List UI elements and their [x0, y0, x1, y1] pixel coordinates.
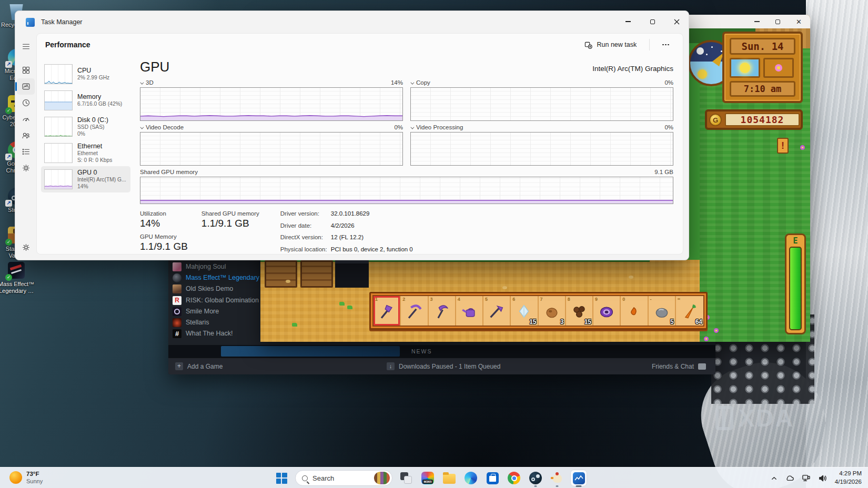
sidebar-item-disk[interactable]: Disk 0 (C:) SSD (SAS) 0% — [41, 114, 130, 140]
steam-button[interactable] — [528, 470, 543, 486]
steam-news-tab[interactable]: NEWS — [411, 348, 432, 354]
hotbar-slot-carrot[interactable]: = 64 — [676, 296, 703, 326]
hotbar-slot-stone[interactable]: - 5 — [649, 296, 676, 326]
nav-users[interactable] — [17, 127, 35, 144]
hotbar-slot-pickaxe[interactable]: 2 — [401, 296, 428, 326]
hotbar-slot-scythe[interactable]: 3 — [429, 296, 456, 326]
utilization-value: 14% — [140, 218, 188, 229]
shared-memory-max: 9.1 GB — [654, 169, 673, 175]
running-indicator — [576, 485, 582, 487]
gpu-copy-chart — [410, 87, 673, 121]
sidebar-item-memory[interactable]: Memory 6.7/16.0 GB (42%) — [41, 87, 130, 114]
steam-bottom-bar: + Add a Game ↓ Downloads Paused - 1 Item… — [168, 358, 715, 374]
task-manager-titlebar[interactable]: Task Manager — [15, 11, 689, 33]
quest-marker-icon[interactable]: ! — [777, 138, 789, 154]
sidebar-item-cpu[interactable]: CPU 2% 2.99 GHz — [41, 61, 130, 87]
smile-more-game-icon — [173, 307, 181, 316]
file-explorer-button[interactable] — [441, 470, 457, 486]
chevron-down-icon[interactable] — [140, 126, 144, 129]
search-box[interactable]: Search — [295, 470, 392, 486]
shortcut-arrow-icon: ↗ — [5, 200, 12, 207]
tray-chevron-button[interactable] — [768, 472, 780, 485]
sidebar-item-gpu[interactable]: GPU 0 Intel(R) Arc(TM) G... 14% — [41, 166, 130, 192]
microsoft-store-button[interactable] — [485, 470, 500, 486]
xda-logo-icon — [715, 406, 733, 430]
hud-money-panel[interactable]: G 1054182 — [705, 109, 803, 130]
nav-performance[interactable] — [17, 78, 35, 95]
edge-icon — [465, 472, 477, 484]
chevron-up-icon — [771, 475, 778, 482]
shortcut-arrow-icon: ↗ — [5, 154, 12, 160]
task-manager-button[interactable] — [571, 470, 587, 486]
maximize-button[interactable] — [640, 11, 664, 32]
hotbar-slot-watering-can[interactable]: 4 — [456, 296, 483, 326]
startup-icon — [22, 115, 31, 124]
start-button[interactable] — [274, 470, 289, 486]
steam-downloads-status[interactable]: ↓ Downloads Paused - 1 Item Queued — [387, 362, 500, 370]
maximize-button[interactable] — [775, 19, 780, 24]
gpu-panel: GPU Intel(R) Arc(TM) Graphics 3D14% Copy… — [134, 57, 683, 254]
axe-icon — [378, 302, 396, 320]
minimize-button[interactable] — [616, 11, 640, 32]
nav-processes[interactable] — [17, 62, 35, 78]
run-new-task-button[interactable]: Run new task — [579, 38, 642, 52]
sidebar-item-ethernet[interactable]: Ethernet Ethernet S: 0 R: 0 Kbps — [41, 140, 130, 166]
energy-label: E — [786, 236, 804, 246]
stardew-valley-button[interactable] — [549, 470, 565, 486]
nav-menu-button[interactable] — [17, 38, 35, 55]
season-box — [763, 58, 794, 78]
chrome-icon — [508, 472, 520, 484]
hotbar-slot-ember[interactable]: 0 — [621, 296, 648, 326]
hoe-icon — [488, 302, 506, 320]
volume-tray-icon[interactable] — [815, 471, 830, 485]
performance-sidebar: CPU 2% 2.99 GHz Memory 6.7/16.0 GB (42%) — [37, 57, 134, 254]
game-date: Sun. 14 — [730, 38, 795, 55]
task-view-button[interactable] — [398, 470, 414, 486]
weather-box — [730, 58, 760, 78]
tray-clock[interactable]: 4:29 PM 4/19/2026 — [832, 469, 865, 487]
gpu-memory-value: 1.1/9.1 GB — [140, 241, 188, 252]
gpu-3d-chart — [140, 87, 403, 121]
shortcut-arrow-icon: ↗ — [5, 61, 12, 68]
network-tray-icon[interactable] — [799, 471, 813, 485]
hotbar-slot-acorns[interactable]: 8 15 — [566, 296, 593, 326]
steam-friends-chat-button[interactable]: Friends & Chat — [652, 363, 706, 370]
users-icon — [22, 131, 31, 140]
sunny-weather-icon — [740, 63, 750, 73]
physical-location: PCI bus 0, device 2, function 0 — [331, 246, 413, 255]
nav-app-history[interactable] — [17, 95, 35, 111]
mass-effect-game-icon — [173, 273, 181, 282]
gpu-video-processing-chart — [410, 132, 673, 166]
close-button[interactable]: ✕ — [796, 18, 802, 26]
scythe-icon — [433, 302, 451, 320]
flower — [714, 328, 719, 333]
gold-coin-icon: G — [709, 114, 722, 126]
nav-details[interactable] — [17, 144, 35, 160]
hotbar-slot-geode[interactable]: 9 — [593, 296, 621, 326]
minimize-button[interactable] — [754, 21, 760, 22]
nav-services[interactable] — [17, 160, 35, 176]
m365-copilot-button[interactable]: M365 — [420, 470, 436, 486]
steam-store-banner[interactable] — [221, 346, 400, 357]
weather-widget[interactable]: 73°F Sunny — [5, 470, 47, 486]
hotbar-slot-axe[interactable]: 1 — [374, 296, 401, 326]
hotbar-slot-crystal[interactable]: 6 15 — [511, 296, 538, 326]
close-button[interactable] — [664, 11, 689, 32]
onedrive-tray-icon[interactable] — [782, 471, 797, 485]
task-manager-app-icon — [26, 18, 35, 27]
nav-startup-apps[interactable] — [17, 111, 35, 127]
edge-button[interactable] — [463, 470, 479, 486]
chevron-down-icon[interactable] — [410, 81, 414, 85]
chrome-button[interactable] — [506, 470, 522, 486]
hud-clock-panel: Sun. 14 7:10 am — [722, 32, 803, 103]
pickaxe-icon — [405, 302, 423, 320]
chevron-down-icon[interactable] — [410, 126, 414, 129]
hotbar-slot-clay[interactable]: 7 3 — [539, 296, 566, 326]
hotbar-slot-hoe[interactable]: 5 — [483, 296, 511, 326]
more-options-button[interactable] — [657, 40, 674, 50]
nav-settings[interactable] — [17, 239, 35, 256]
steam-add-game-button[interactable]: + Add a Game — [175, 362, 223, 370]
desktop-icon-mass-effect[interactable]: ✓ Mass Effect™ Legendary … — [0, 261, 35, 294]
chevron-down-icon[interactable] — [140, 81, 144, 85]
gpu-video-decode-chart — [140, 132, 403, 166]
